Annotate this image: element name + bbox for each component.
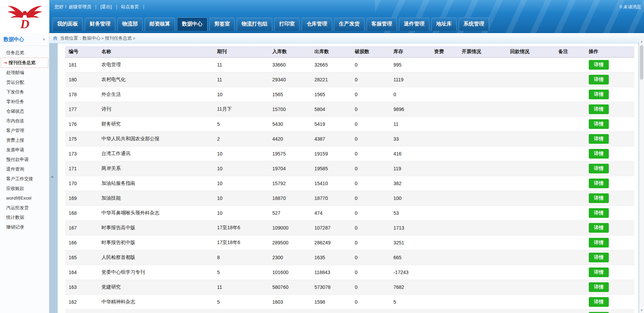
table-row: 167时事报告高中版17至18年610900010728701713详情: [65, 221, 634, 235]
table-cell: 1603: [269, 295, 311, 310]
tab-我的面板[interactable]: 我的面板: [52, 18, 83, 31]
tab-物流打包组[interactable]: 物流打包组: [237, 18, 272, 31]
sidebar-item-label: 统计数据: [6, 214, 24, 221]
sidebar-item-市内自送[interactable]: ➔市内自送: [0, 116, 49, 126]
table-cell: 1713: [390, 221, 431, 235]
detail-button[interactable]: 详情: [589, 208, 609, 218]
table-cell: 5400: [269, 310, 311, 313]
table-cell: [458, 206, 507, 221]
vertical-scrollbar[interactable]: ▲ ▼: [639, 39, 644, 313]
table-cell: 0: [390, 87, 431, 102]
tab-仓库管理[interactable]: 仓库管理: [302, 18, 332, 31]
topbar-link[interactable]: 站点首页: [121, 4, 139, 10]
table-cell: 107287: [311, 221, 351, 235]
detail-button[interactable]: 详情: [589, 119, 609, 129]
table-cell: 0: [351, 265, 390, 280]
sidebar-item-客户管理[interactable]: ➔客户管理: [0, 126, 49, 135]
sidebar-item-发票申请[interactable]: ➔发票申请: [0, 145, 49, 155]
sidebar-item-报刊任务总览[interactable]: ➔报刊任务总览: [1, 58, 48, 68]
sidebar-item-应收账款[interactable]: ➔应收账款: [0, 184, 49, 193]
sidebar-item-下发任务[interactable]: ➔下发任务: [0, 87, 49, 97]
detail-button[interactable]: 详情: [589, 253, 609, 262]
unread-messages[interactable]: 0 未读消息: [619, 0, 641, 14]
sidebar-item-word转Excel[interactable]: ➔word转Excel: [0, 193, 49, 203]
sidebar-item-退件查询[interactable]: ➔退件查询: [0, 164, 49, 174]
tab-剪签室[interactable]: 剪签室: [209, 18, 235, 31]
tab-客服管理[interactable]: 客服管理: [367, 18, 397, 31]
tab-财务管理[interactable]: 财务管理: [85, 18, 115, 31]
table-cell: 5804: [311, 102, 351, 117]
table-cell: [507, 206, 555, 221]
detail-button[interactable]: 详情: [589, 75, 609, 84]
table-cell: 中华人民共和国农业部公报: [98, 132, 214, 147]
detail-button[interactable]: 详情: [589, 282, 609, 292]
table-cell: [431, 72, 458, 87]
table-cell: 180: [65, 72, 98, 87]
sidebar-item-资费上报[interactable]: ➔资费上报: [0, 135, 49, 145]
column-header-编号: 编号: [65, 46, 98, 58]
sidebar-item-预付款申请[interactable]: ➔预付款申请: [0, 155, 49, 164]
table-cell: 109000: [269, 221, 311, 235]
table-cell: 474: [311, 206, 351, 221]
table-cell-action: 详情: [585, 265, 634, 280]
scrollbar-thumb[interactable]: [640, 45, 643, 80]
table-cell-action: 详情: [585, 161, 634, 176]
table-cell: 7: [214, 310, 269, 313]
tab-地址库[interactable]: 地址库: [431, 18, 457, 31]
table-cell: 外企生活: [98, 87, 214, 102]
tab-系统管理[interactable]: 系统管理: [459, 18, 489, 31]
detail-button[interactable]: 详情: [589, 60, 609, 70]
detail-button[interactable]: 详情: [589, 223, 609, 233]
table-cell: [431, 102, 458, 117]
sidebar-item-统计数据[interactable]: ➔统计数据: [0, 213, 49, 222]
tab-退件管理[interactable]: 退件管理: [399, 18, 429, 31]
sidebar-item-货运分配[interactable]: ➔货运分配: [0, 78, 49, 87]
table-row: 161人民检察湖北版7540048370563详情: [65, 310, 634, 313]
table-cell: [555, 132, 585, 147]
column-header-期刊: 期刊: [214, 46, 269, 58]
detail-button[interactable]: 详情: [589, 179, 609, 188]
table-cell: 10: [214, 191, 269, 206]
tab-邮资核算[interactable]: 邮资核算: [145, 18, 175, 31]
topbar-link[interactable]: [退出]: [100, 4, 112, 10]
sidebar-item-label: 客户工作交接: [6, 176, 33, 182]
tab-物流部[interactable]: 物流部: [117, 18, 143, 31]
detail-button[interactable]: 详情: [589, 164, 609, 173]
sidebar-item-处理邮编[interactable]: ➔处理邮编: [0, 68, 49, 78]
sidebar-item-汽运拒发货[interactable]: ➔汽运拒发货: [0, 203, 49, 213]
scroll-up-icon[interactable]: ▲: [639, 39, 644, 44]
scroll-down-icon[interactable]: ▼: [639, 308, 644, 313]
sidebar-collapse-handle[interactable]: ◀: [49, 170, 54, 183]
table-cell: [458, 147, 507, 161]
tab-打印室[interactable]: 打印室: [274, 18, 300, 31]
detail-button[interactable]: 详情: [589, 134, 609, 144]
sidebar-item-零补任务[interactable]: ➔零补任务: [0, 97, 49, 107]
table-cell-action: 详情: [585, 117, 634, 132]
detail-button[interactable]: 详情: [589, 149, 609, 159]
detail-button[interactable]: 详情: [589, 104, 609, 114]
sidebar-item-仓储状态[interactable]: ➔仓储状态: [0, 107, 49, 116]
table-cell: 中华耳鼻咽喉头颈外科杂志: [98, 206, 214, 221]
table-row: 180农村电气化11293402822101119详情: [65, 72, 634, 87]
detail-button[interactable]: 详情: [589, 90, 609, 99]
table-cell: 5: [214, 265, 269, 280]
detail-button[interactable]: 详情: [589, 267, 609, 277]
table-row: 177诗刊11月下15700580409896详情: [65, 102, 634, 117]
sidebar-item-任务总览[interactable]: ➔任务总览: [0, 48, 49, 58]
sidebar-title: 数据中心: [3, 36, 24, 43]
sidebar-item-客户工作交接[interactable]: ➔客户工作交接: [0, 174, 49, 184]
detail-button[interactable]: 详情: [589, 193, 609, 203]
sidebar-header[interactable]: 数据中心 ▼: [0, 33, 49, 46]
detail-button[interactable]: 详情: [589, 238, 609, 248]
table-cell: 农村电气化: [98, 72, 214, 87]
table-cell: 286249: [311, 235, 351, 250]
tab-数据中心[interactable]: 数据中心: [177, 18, 207, 31]
sidebar-item-撤销记录[interactable]: ➔撤销记录: [0, 222, 49, 232]
table-cell: [555, 280, 585, 295]
table-cell: [431, 87, 458, 102]
table-cell: 15410: [311, 176, 351, 191]
detail-button[interactable]: 详情: [589, 297, 609, 307]
table-cell: [555, 295, 585, 310]
tab-生产发货[interactable]: 生产发货: [334, 18, 364, 31]
topbar-link[interactable]: 超级管理员: [69, 4, 91, 10]
